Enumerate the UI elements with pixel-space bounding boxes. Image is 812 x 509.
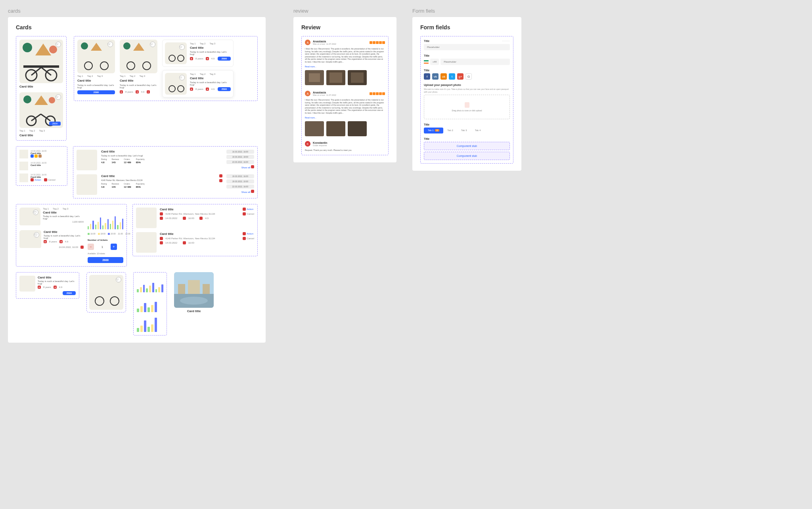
calendar-icon[interactable]	[80, 246, 84, 249]
price-button[interactable]: 2500	[218, 57, 231, 61]
slot-pill[interactable]: 19.03.2022, 16:00	[226, 174, 254, 178]
slot-pill[interactable]: 23.03.2022, 16:00	[226, 160, 254, 164]
google-icon[interactable]: G	[465, 73, 472, 80]
tab-4[interactable]: Tab 4	[471, 128, 485, 133]
text-input[interactable]	[424, 44, 510, 50]
slot-pill[interactable]: 16.03.2022, 16:00	[226, 150, 254, 154]
mini-card-2[interactable]: 14.03.2022, 16:00Card title	[19, 162, 64, 170]
hcard-1[interactable]: ♡ Tag 1Tag 2Tag 3 Card title Today is su…	[19, 208, 84, 226]
action-icon[interactable]	[31, 178, 34, 181]
gallery-thumb[interactable]	[305, 70, 324, 85]
heart-icon[interactable]: ♡	[179, 75, 185, 80]
action-card-2[interactable]: Card title 4140 Parker Rd. Allentown, Ne…	[136, 232, 254, 253]
heart-icon[interactable]: ♡	[116, 277, 121, 282]
gallery-thumb[interactable]	[348, 70, 367, 85]
show-all-link[interactable]: Show all	[226, 190, 254, 193]
flag-icon[interactable]	[424, 60, 429, 64]
compact-card[interactable]: Card title Today is such a beautiful day…	[19, 276, 76, 295]
svg-rect-57	[351, 72, 364, 83]
heart-icon[interactable]: ♡	[56, 42, 61, 47]
mini-thumb	[19, 150, 28, 158]
go-button[interactable]: 2600	[88, 257, 123, 263]
twitter-icon[interactable]: t	[449, 73, 455, 80]
location-icon	[160, 212, 163, 215]
cancel-link[interactable]: Cancel	[247, 213, 254, 215]
review-date: Was on a tour: 11.07.2022	[313, 43, 336, 45]
hcard-2[interactable]: ♡ Card title Today is such a beautiful d…	[19, 230, 84, 249]
show-all-link[interactable]: Show all	[226, 165, 254, 169]
price-button[interactable]: 2500	[218, 87, 231, 91]
card-variant-c-2[interactable]: ♡ Tag 1Tag 2Tag 3 Card title Today is su…	[162, 70, 234, 97]
avatar: A	[305, 40, 310, 45]
card-title: Card title	[174, 309, 214, 313]
svg-rect-37	[77, 174, 97, 195]
heart-icon[interactable]: ♡	[34, 232, 39, 238]
cancel-icon[interactable]	[44, 178, 47, 181]
card-large-2[interactable]: ♡ 2500 Tag 1Tag 2Tag 3 Card title	[19, 92, 63, 137]
svg-rect-59	[326, 121, 345, 136]
action-link[interactable]: Action	[34, 179, 41, 181]
price-badge: 2500	[49, 122, 61, 126]
vk-icon[interactable]: vk	[432, 73, 439, 80]
gallery-thumb[interactable]	[326, 70, 345, 85]
slot-pill[interactable]: 22.03.2022, 16:00	[226, 185, 254, 189]
action-icon[interactable]	[243, 208, 246, 211]
odnoklassniki-icon[interactable]: ok	[440, 73, 447, 80]
card-large-1[interactable]: ♡ Card title	[19, 40, 63, 88]
reviewer-name: Anastasia	[313, 91, 336, 94]
more-icon: ≡	[147, 90, 150, 93]
frame-form: Form fields Title Title +44 Title f vk	[412, 17, 521, 171]
card-desc: Today is such a beautiful day. Let's hug…	[120, 84, 157, 89]
heart-icon[interactable]: ♡	[107, 42, 113, 47]
mini-card-3[interactable]: 14.03.2022, 16:00Card title Action Cance…	[19, 173, 64, 182]
location-icon[interactable]	[219, 174, 222, 177]
card-variant-b[interactable]: ♡ Tag 1Tag 2Tag 3 Card title Today is su…	[120, 40, 157, 93]
card-variant-a[interactable]: ♡ Tag 1Tag 2Tag 3 Card title Today is su…	[77, 40, 115, 94]
cancel-link[interactable]: Cancel	[247, 237, 254, 240]
dial-code[interactable]: +44	[430, 59, 439, 65]
svg-rect-53	[309, 73, 320, 82]
gallery-thumb[interactable]	[305, 121, 324, 136]
heart-icon[interactable]: ♡	[150, 42, 155, 47]
read-more-link[interactable]: Read more...	[305, 65, 385, 68]
mini-card-1[interactable]: 14.03.2022, 16:00Card title	[19, 150, 64, 158]
tab-3[interactable]: Tab 3	[457, 128, 471, 133]
action-link[interactable]: Action	[247, 233, 253, 235]
tag-row: Tag 1Tag 2Tag 3	[19, 130, 63, 132]
chart-legend: 16:00 18:00 20:00 21:00 22:00	[88, 233, 123, 235]
plus-button[interactable]: +	[111, 244, 117, 250]
schedule-card-2[interactable]: Card title 4140 Parker Rd. Allentown, Ne…	[77, 174, 254, 195]
cancel-link[interactable]: Cancel	[48, 179, 56, 181]
price-button[interactable]: 2500	[77, 90, 115, 94]
resize-icon[interactable]	[219, 179, 222, 182]
slot-pill[interactable]: 19.03.2022, 10:00	[226, 179, 254, 183]
card-title: Card title	[120, 79, 157, 82]
action-link[interactable]: Action	[247, 208, 253, 210]
photo-card[interactable]: Card title	[174, 272, 214, 313]
frame-title-cards: Cards	[16, 24, 258, 31]
read-more-link[interactable]: Read more...	[305, 116, 385, 119]
schedule-card-1[interactable]: Card title Today is such a beautiful day…	[77, 150, 254, 170]
heart-icon[interactable]: ♡	[179, 44, 185, 50]
action-card-1[interactable]: Card title 4140 Parker Rd. Allentown, Ne…	[136, 208, 254, 228]
card-variant-c-1[interactable]: ♡ Tag 1Tag 2Tag 3 Card title Today is su…	[162, 40, 234, 67]
field-label: Title	[424, 54, 510, 57]
avatar: K	[305, 141, 310, 147]
image-card[interactable]: ♡	[86, 272, 126, 313]
gallery-thumb[interactable]	[326, 121, 345, 136]
minus-button[interactable]: −	[88, 244, 94, 250]
svg-point-1	[23, 43, 32, 52]
googleplus-icon[interactable]: g+	[457, 73, 463, 80]
dropzone[interactable]: Drag photo to zone or click upload	[424, 95, 510, 119]
facebook-icon[interactable]: f	[424, 73, 430, 80]
slot-pill[interactable]: 19.03.2022, 18:00	[226, 155, 254, 159]
card-title: Card title	[77, 79, 115, 82]
svg-point-12	[49, 97, 55, 103]
heart-icon[interactable]: ♡	[56, 94, 61, 100]
tab-2[interactable]: Tab 2	[443, 128, 457, 133]
phone-input[interactable]	[440, 59, 510, 65]
tab-1[interactable]: Tab 112	[424, 128, 443, 133]
gallery-thumb[interactable]	[348, 121, 367, 136]
price-button[interactable]: 2500	[63, 291, 76, 295]
cancel-icon[interactable]	[243, 212, 246, 215]
